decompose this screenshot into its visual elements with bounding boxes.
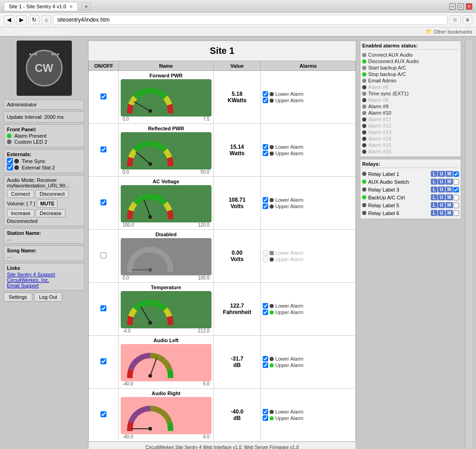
gauge-enable-checkbox[interactable] — [100, 305, 106, 311]
upper-alarm-checkbox[interactable] — [263, 257, 268, 262]
relay-l-button[interactable]: L — [431, 171, 437, 177]
relay-checkbox[interactable] — [453, 179, 459, 185]
address-bar[interactable] — [53, 15, 447, 25]
relay-checkbox[interactable] — [453, 210, 459, 216]
increase-button[interactable]: Increase — [7, 209, 35, 217]
tab-close-icon[interactable]: ✕ — [69, 4, 73, 9]
upper-alarm-checkbox[interactable] — [263, 151, 268, 156]
relay-item: Relay Label 6 L U M — [362, 209, 459, 217]
relay-l-button[interactable]: L — [431, 202, 437, 208]
logo-section: CW — [4, 41, 84, 96]
gauge-checkbox-cell — [89, 336, 119, 389]
lower-alarm-checkbox[interactable] — [263, 91, 268, 97]
maximize-button[interactable]: □ — [458, 3, 464, 10]
minimize-button[interactable]: ─ — [449, 3, 456, 10]
relay-u-button[interactable]: U — [438, 187, 445, 192]
upper-alarm-label: Upper Alarm — [275, 98, 303, 103]
other-bookmarks[interactable]: 📁 Other bookmarks — [426, 29, 472, 35]
col-header-alarms: Alarms — [261, 61, 356, 71]
link-support[interactable]: Site Sentry 4 Support — [7, 272, 81, 277]
relay-u-button[interactable]: U — [438, 210, 445, 216]
relay-checkbox[interactable] — [453, 171, 459, 177]
relay-u-button[interactable]: U — [438, 202, 445, 208]
alarm-status-item: Alarm #11 — [362, 116, 459, 122]
lower-alarm-checkbox[interactable] — [263, 356, 268, 362]
disconnected-status: Disconnected — [7, 218, 81, 224]
relay-m-button[interactable]: M — [446, 187, 453, 192]
relay-l-button[interactable]: L — [431, 210, 437, 216]
relay-m-button[interactable]: M — [446, 179, 453, 185]
col-header-name: Name — [118, 61, 213, 71]
upper-alarm-checkbox[interactable] — [263, 98, 268, 103]
relay-l-button[interactable]: L — [431, 194, 437, 200]
gauge-visual — [121, 79, 212, 117]
lower-alarm-checkbox[interactable] — [263, 409, 268, 414]
reload-button[interactable]: ↻ — [29, 15, 40, 24]
scrollbar[interactable] — [465, 41, 472, 449]
gauge-enable-checkbox[interactable] — [100, 199, 106, 205]
table-row: AC Voltage 100.0 120.0 108.71 Volts Lowe… — [89, 177, 356, 230]
gauge-visual — [121, 344, 212, 381]
link-email[interactable]: Email Support — [7, 283, 81, 288]
relay-checkbox[interactable] — [453, 195, 459, 200]
relay-label: Relay Label 6 — [368, 210, 429, 216]
relay-item: Relay Label 5 L U M — [362, 201, 459, 209]
alarm-status-item: Alarm #6 — [362, 84, 459, 90]
forward-button[interactable]: ▶ — [16, 15, 27, 24]
logout-button[interactable]: Log Out — [34, 292, 62, 302]
gauge-enable-checkbox[interactable] — [100, 358, 106, 364]
relay-m-button[interactable]: M — [446, 171, 453, 177]
gauge-value-cell: -40.0 dB — [213, 389, 261, 442]
relay-m-button[interactable]: M — [446, 202, 453, 208]
external-stat-row[interactable]: External Stat 2 — [7, 164, 81, 170]
relay-m-button[interactable]: M — [446, 210, 453, 216]
disconnect-button[interactable]: Disconnect — [35, 190, 69, 198]
lower-alarm-checkbox[interactable] — [263, 197, 268, 203]
lower-alarm-row: Lower Alarm — [263, 250, 353, 256]
time-sync-checkbox[interactable] — [7, 158, 13, 164]
upper-alarm-checkbox[interactable] — [263, 415, 268, 421]
gauge-name-cell: Temperature -4.0 212.0 — [118, 283, 213, 336]
relay-label: BackUp A/C Ctrl — [368, 195, 429, 200]
gauge-enable-checkbox[interactable] — [100, 252, 106, 258]
lower-alarm-checkbox[interactable] — [263, 303, 268, 309]
relay-u-button[interactable]: U — [438, 179, 445, 185]
menu-button[interactable]: ≡ — [463, 15, 472, 24]
lower-alarm-label: Lower Alarm — [275, 144, 303, 150]
lower-alarm-checkbox[interactable] — [263, 144, 268, 150]
settings-button[interactable]: Settings — [4, 292, 32, 302]
external-stat-checkbox[interactable] — [7, 164, 13, 170]
relay-u-button[interactable]: U — [438, 194, 445, 200]
gauge-checkbox-cell — [89, 177, 119, 230]
decrease-button[interactable]: Decrease — [35, 209, 65, 217]
upper-alarm-checkbox[interactable] — [263, 309, 268, 315]
relay-checkbox[interactable] — [453, 187, 459, 192]
main-content: Site 1 ON/OFF Name Value Alarms Forward … — [88, 41, 356, 449]
upper-alarm-checkbox[interactable] — [263, 362, 268, 368]
gauge-enable-checkbox[interactable] — [100, 411, 106, 417]
time-sync-row[interactable]: Time Sync — [7, 158, 81, 164]
relay-checkbox[interactable] — [453, 203, 459, 208]
gauge-enable-checkbox[interactable] — [100, 93, 106, 99]
back-button[interactable]: ◀ — [4, 15, 14, 24]
connect-button[interactable]: Connect — [7, 190, 34, 198]
relay-m-button[interactable]: M — [446, 194, 453, 200]
lower-alarm-checkbox[interactable] — [263, 250, 268, 256]
browser-tab[interactable]: Site 1 - Site Sentry 4 v1.0 ✕ — [4, 2, 78, 11]
relay-u-button[interactable]: U — [438, 171, 445, 177]
close-button[interactable]: ✕ — [466, 3, 472, 10]
relay-l-button[interactable]: L — [431, 179, 437, 185]
gauge-value: 5.18 — [232, 91, 242, 97]
bookmark-button[interactable]: ☆ — [449, 15, 461, 24]
upper-alarm-label: Upper Alarm — [275, 151, 303, 156]
alarm-status-label: Alarm #8 — [368, 97, 388, 103]
gauge-enable-checkbox[interactable] — [100, 146, 106, 152]
mute-button[interactable]: MUTE — [37, 199, 58, 208]
home-button[interactable]: ⌂ — [41, 15, 51, 24]
relay-l-button[interactable]: L — [431, 187, 437, 192]
gauge-value: -31.7 — [231, 356, 243, 362]
upper-alarm-checkbox[interactable] — [263, 204, 268, 209]
link-circuitwerkes[interactable]: CircuitWerkes, Inc. — [7, 277, 81, 283]
gauge-name-cell: Disabled 0.0 100.0 — [118, 230, 213, 283]
new-tab-button[interactable]: + — [82, 2, 91, 11]
